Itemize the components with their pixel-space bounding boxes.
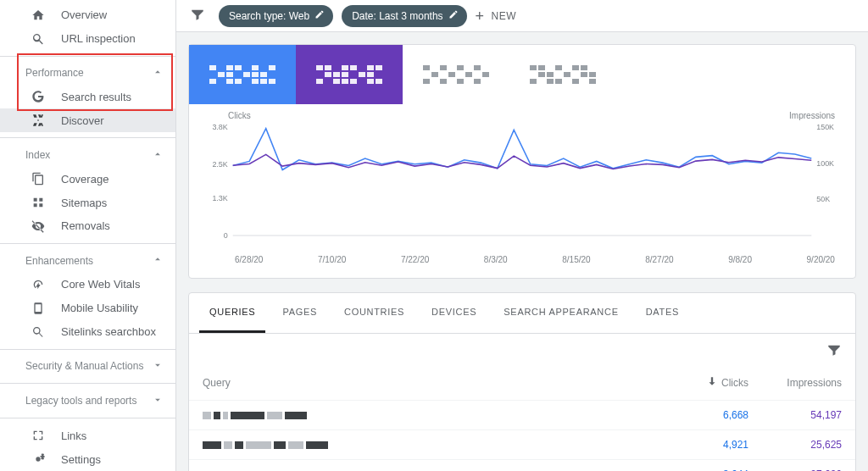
nav-label: Discover [61,114,104,127]
nav-removals[interactable]: Removals [0,214,175,238]
links-icon [31,428,46,443]
cell-clicks: 4,921 [655,439,748,451]
metric-ctr[interactable] [403,45,509,104]
y-axis-right-label: Impressions [789,111,835,120]
chart-container: Clicks Impressions 3.8K2.5K1.3K0150K100K… [189,104,855,278]
filter-icon[interactable] [826,342,842,360]
nav-label: Settings [61,453,101,466]
table-row[interactable]: 6,668 54,197 [189,400,855,429]
obfuscated-text [203,411,655,419]
nav-label: Core Web Vitals [61,278,140,291]
th-impressions[interactable]: Impressions [748,377,842,389]
nav-sitemaps[interactable]: Sitemaps [0,191,175,214]
nav-label: URL inspection [61,32,136,45]
sitemaps-icon [31,195,46,210]
tab-dates[interactable]: DATES [636,293,689,333]
nav-mobile[interactable]: Mobile Usability [0,296,175,320]
chart-card: Clicks Impressions 3.8K2.5K1.3K0150K100K… [188,44,856,279]
search-icon [31,324,46,340]
plus-icon: + [476,8,485,24]
chip-label: Search type: Web [229,10,309,22]
chip-search-type[interactable]: Search type: Web [219,5,333,27]
tab-search-appearance[interactable]: SEARCH APPEARANCE [493,293,628,333]
speed-icon [31,277,46,292]
nav-overview[interactable]: Overview [0,3,175,27]
nav-discover[interactable]: Discover [0,108,175,132]
nav-label: Mobile Usability [61,302,138,314]
nav-hdr-performance[interactable]: Performance [0,62,175,86]
nav-cwv[interactable]: Core Web Vitals [0,273,175,296]
chevron-up-icon [152,253,164,268]
pencil-icon [448,9,459,22]
th-clicks[interactable]: Clicks [655,375,748,390]
y-axis-left-label: Clicks [228,111,251,120]
line-chart: 3.8K2.5K1.3K0150K100K50K [203,122,842,249]
chevron-down-icon [152,359,164,374]
nav-label: Overview [61,8,107,21]
nav-label: Sitemaps [61,197,107,209]
nav-label: Coverage [61,173,108,186]
nav-hdr-label: Legacy tools and reports [25,395,136,407]
new-label: NEW [492,10,517,22]
nav-coverage[interactable]: Coverage [0,167,175,191]
table-row[interactable]: 3,644 27,626 [189,459,855,471]
nav-search-results[interactable]: Search results [0,85,175,108]
chip-date[interactable]: Date: Last 3 months [342,5,466,27]
table-card: QUERIES PAGES COUNTRIES DEVICES SEARCH A… [188,292,856,471]
obfuscated-text [316,65,382,84]
svg-text:0: 0 [224,231,228,240]
table-tabs: QUERIES PAGES COUNTRIES DEVICES SEARCH A… [189,293,855,334]
th-query[interactable]: Query [203,377,655,389]
chip-label: Date: Last 3 months [352,10,442,22]
google-g-icon [31,89,46,104]
table-header: Query Clicks Impressions [189,368,855,400]
svg-text:50K: 50K [816,195,830,203]
cell-impressions: 54,197 [748,409,842,421]
tab-devices[interactable]: DEVICES [421,293,487,333]
metric-position[interactable] [509,45,616,104]
obfuscated-text [209,65,275,84]
removals-icon [31,219,46,234]
tab-queries[interactable]: QUERIES [199,293,265,333]
nav-hdr-legacy[interactable]: Legacy tools and reports [0,389,175,413]
svg-text:3.8K: 3.8K [212,123,227,131]
obfuscated-text [423,65,489,84]
nav-hdr-label: Index [25,149,50,161]
metric-tiles [189,45,855,104]
chevron-down-icon [152,394,164,408]
filter-icon[interactable] [190,7,205,25]
content-area: Clicks Impressions 3.8K2.5K1.3K0150K100K… [176,32,868,471]
nav-hdr-security[interactable]: Security & Manual Actions [0,355,175,379]
tab-countries[interactable]: COUNTRIES [334,293,415,333]
nav-hdr-label: Enhancements [25,255,93,267]
nav-sitelinks[interactable]: Sitelinks searchbox [0,320,175,344]
svg-text:150K: 150K [816,123,834,131]
home-icon [31,8,46,23]
discover-icon [31,113,46,128]
nav-hdr-enhancements[interactable]: Enhancements [0,249,175,273]
chevron-up-icon [152,148,164,163]
nav-links[interactable]: Links [0,424,175,447]
tab-pages[interactable]: PAGES [272,293,327,333]
nav-label: Removals [61,219,110,232]
sort-desc-icon [706,375,718,390]
filter-bar: Search type: Web Date: Last 3 months + N… [176,0,868,32]
svg-text:100K: 100K [816,159,834,168]
metric-impressions[interactable] [296,45,403,104]
metric-clicks[interactable] [189,45,296,104]
obfuscated-text [530,65,596,84]
chevron-up-icon [152,66,164,80]
nav-settings[interactable]: Settings [0,447,175,471]
table-row[interactable]: 4,921 25,625 [189,429,855,459]
nav-hdr-label: Performance [25,67,84,79]
svg-text:1.3K: 1.3K [212,194,227,202]
nav-label: Search results [61,91,131,103]
nav-url-inspection[interactable]: URL inspection [0,27,175,51]
cell-clicks: 6,668 [655,409,748,421]
nav-label: Sitelinks searchbox [61,325,156,338]
pencil-icon [314,9,325,22]
nav-hdr-index[interactable]: Index [0,143,175,167]
add-filter-button[interactable]: + NEW [476,8,517,24]
obfuscated-text [203,441,655,449]
search-icon [31,31,46,47]
